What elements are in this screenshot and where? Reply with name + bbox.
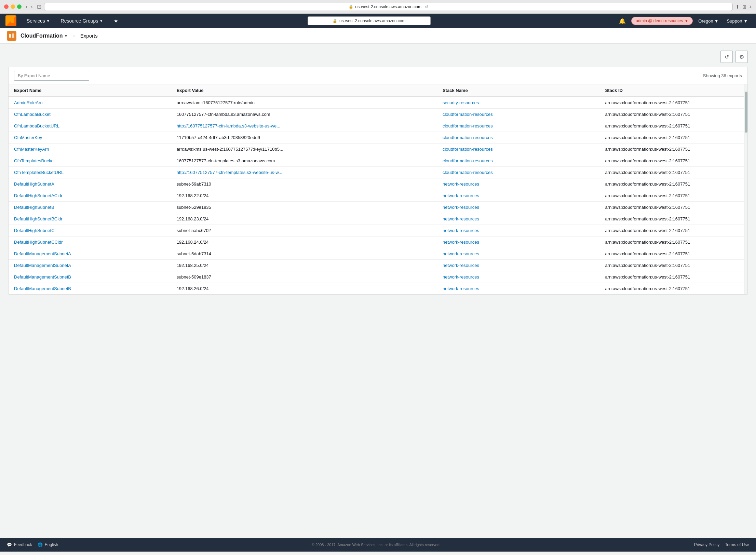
col-header-export-value: Export Value <box>171 84 437 97</box>
cell-stack-name[interactable]: network-resources <box>437 202 600 213</box>
scrollbar-track[interactable] <box>744 84 747 294</box>
cell-export-name[interactable]: CfnLambdaBucket <box>9 109 171 120</box>
cell-export-name[interactable]: DefaultHighSubnetCCidr <box>9 236 171 248</box>
minimize-button[interactable] <box>11 4 15 9</box>
cell-stack-name[interactable]: network-resources <box>437 236 600 248</box>
bookmark-icon: ★ <box>114 18 118 24</box>
export-name-filter[interactable] <box>14 71 89 81</box>
cell-export-value: http://160775127577-cfn-lambda.s3-websit… <box>171 120 437 132</box>
region-chevron-icon: ▼ <box>714 18 719 24</box>
cell-export-value: 160775127577-cfn-lambda.s3.amazonaws.com <box>171 109 437 120</box>
cell-export-name[interactable]: CfnTemplatesBucket <box>9 155 171 167</box>
table-row: DefaultHighSubnetACidr 192.168.22.0/24 n… <box>9 190 747 202</box>
sidebar-toggle-button[interactable]: ⊡ <box>37 3 41 10</box>
support-chevron-icon: ▼ <box>743 18 748 24</box>
support-button[interactable]: Support ▼ <box>724 17 751 25</box>
cell-stack-name[interactable]: network-resources <box>437 260 600 271</box>
admin-label: admin @ demo-resources <box>636 18 683 23</box>
cell-stack-name[interactable]: network-resources <box>437 178 600 190</box>
cell-export-name[interactable]: CfnTemplatesBucketURL <box>9 167 171 178</box>
cell-export-name[interactable]: DefaultManagementSubnetA <box>9 248 171 260</box>
settings-button[interactable]: ⚙ <box>735 51 748 63</box>
cell-stack-name[interactable]: cloudformation-resources <box>437 109 600 120</box>
maximize-button[interactable] <box>17 4 22 9</box>
cell-stack-id: arn:aws:cloudformation:us-west-2:1607751 <box>600 225 747 236</box>
cell-stack-id: arn:aws:cloudformation:us-west-2:1607751 <box>600 120 747 132</box>
cell-stack-name[interactable]: network-resources <box>437 248 600 260</box>
resource-groups-chevron-icon: ▼ <box>99 19 103 23</box>
language-label: English <box>45 542 58 547</box>
close-button[interactable] <box>4 4 9 9</box>
svg-rect-1 <box>11 18 14 23</box>
resource-groups-button[interactable]: Resource Groups ▼ <box>57 16 107 26</box>
refresh-button[interactable]: ↺ <box>720 51 733 63</box>
services-chevron-icon: ▼ <box>46 19 50 23</box>
cell-stack-name[interactable]: network-resources <box>437 190 600 202</box>
cell-export-name[interactable]: DefaultHighSubnetA <box>9 178 171 190</box>
forward-button[interactable]: › <box>29 3 34 11</box>
cell-stack-name[interactable]: network-resources <box>437 213 600 225</box>
table-row: CfnTemplatesBucket 160775127577-cfn-temp… <box>9 155 747 167</box>
cell-export-name[interactable]: CfnMasterKeyArn <box>9 144 171 155</box>
notifications-button[interactable]: 🔔 <box>616 16 629 26</box>
refresh-icon: ↺ <box>725 54 729 60</box>
services-button[interactable]: Services ▼ <box>23 16 53 26</box>
cell-stack-name[interactable]: cloudformation-resources <box>437 120 600 132</box>
footer-right: Privacy Policy Terms of Use <box>694 542 749 547</box>
cell-stack-name[interactable]: cloudformation-resources <box>437 132 600 144</box>
cell-export-name[interactable]: DefaultManagementSubnetB <box>9 271 171 283</box>
cell-stack-id: arn:aws:cloudformation:us-west-2:1607751 <box>600 236 747 248</box>
bookmarks-button[interactable]: ★ <box>110 16 122 26</box>
cell-stack-name[interactable]: network-resources <box>437 271 600 283</box>
cell-export-name[interactable]: DefaultManagementSubnetB <box>9 283 171 295</box>
table-row: CfnMasterKeyArn arn:aws:kms:us-west-2:16… <box>9 144 747 155</box>
privacy-policy-link[interactable]: Privacy Policy <box>694 542 720 547</box>
cell-stack-name[interactable]: network-resources <box>437 283 600 295</box>
svg-rect-3 <box>12 33 14 38</box>
cell-export-name[interactable]: DefaultManagementSubnetA <box>9 260 171 271</box>
cell-export-name[interactable]: DefaultHighSubnetC <box>9 225 171 236</box>
terms-of-use-link[interactable]: Terms of Use <box>725 542 749 547</box>
resource-groups-label: Resource Groups <box>61 18 98 24</box>
table-row: DefaultManagementSubnetB 192.168.26.0/24… <box>9 283 747 295</box>
showing-count-text: Showing 36 exports <box>703 73 742 78</box>
new-tab-button[interactable]: ⊞ <box>742 4 746 10</box>
feedback-link[interactable]: 💬 Feedback <box>7 542 32 547</box>
cell-export-name[interactable]: DefaultHighSubnetACidr <box>9 190 171 202</box>
table-header-bar: Showing 36 exports <box>9 67 747 84</box>
cell-stack-name[interactable]: cloudformation-resources <box>437 144 600 155</box>
cell-export-name[interactable]: DefaultHighSubnetBCidr <box>9 213 171 225</box>
region-label: Oregon <box>698 18 713 24</box>
cell-stack-name[interactable]: security-resources <box>437 97 600 109</box>
cell-stack-name[interactable]: cloudformation-resources <box>437 167 600 178</box>
cell-stack-name[interactable]: cloudformation-resources <box>437 155 600 167</box>
cloudformation-logo <box>7 31 16 41</box>
cell-stack-name[interactable]: network-resources <box>437 225 600 236</box>
admin-menu-button[interactable]: admin @ demo-resources ▼ <box>631 17 693 25</box>
exports-table: Export Name Export Value Stack Name Stac… <box>9 84 747 294</box>
cell-stack-id: arn:aws:cloudformation:us-west-2:1607751 <box>600 213 747 225</box>
share-button[interactable]: ⬆ <box>735 4 740 10</box>
cell-stack-id: arn:aws:cloudformation:us-west-2:1607751 <box>600 260 747 271</box>
back-button[interactable]: ‹ <box>24 3 29 11</box>
service-name-link[interactable]: CloudFormation ▼ <box>21 33 68 39</box>
table-row: DefaultHighSubnetBCidr 192.168.23.0/24 n… <box>9 213 747 225</box>
table-row: DefaultManagementSubnetA 192.168.25.0/24… <box>9 260 747 271</box>
toolbar: ↺ ⚙ <box>8 51 748 63</box>
cell-export-value: 11710b57-c424-4df7-ab3d-20358820edd9 <box>171 132 437 144</box>
cell-export-name[interactable]: AdminRoleArn <box>9 97 171 109</box>
reload-icon: ↺ <box>425 4 428 9</box>
sidebar-button[interactable]: + <box>749 4 752 10</box>
scrollbar-thumb[interactable] <box>745 92 747 133</box>
browser-url-bar[interactable]: 🔒 us-west-2.console.aws.amazon.com ↺ <box>44 3 733 11</box>
language-selector[interactable]: 🌐 English <box>38 542 58 547</box>
cell-export-name[interactable]: DefaultHighSubnetB <box>9 202 171 213</box>
cell-export-name[interactable]: CfnMasterKey <box>9 132 171 144</box>
lock-icon: 🔒 <box>349 4 353 9</box>
services-label: Services <box>27 18 45 24</box>
cell-stack-id: arn:aws:cloudformation:us-west-2:1607751 <box>600 97 747 109</box>
table-row: DefaultHighSubnetCCidr 192.168.24.0/24 n… <box>9 236 747 248</box>
footer-copyright: © 2008 - 2017, Amazon Web Services, Inc.… <box>58 543 694 547</box>
cell-export-name[interactable]: CfnLambdaBucketURL <box>9 120 171 132</box>
region-button[interactable]: Oregon ▼ <box>696 17 721 25</box>
